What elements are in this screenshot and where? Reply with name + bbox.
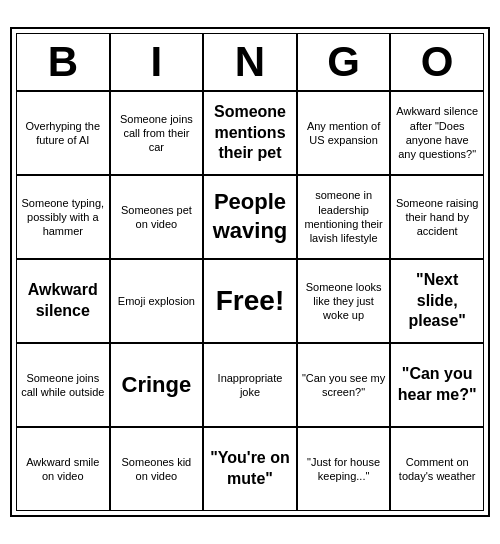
bingo-cell-10: Awkward silence: [16, 259, 110, 343]
bingo-cell-16: Cringe: [110, 343, 204, 427]
bingo-cell-19: "Can you hear me?": [390, 343, 484, 427]
bingo-card: BINGO Overhyping the future of AISomeone…: [10, 27, 490, 517]
bingo-cell-0: Overhyping the future of AI: [16, 91, 110, 175]
bingo-cell-8: someone in leadership mentioning their l…: [297, 175, 391, 259]
bingo-cell-12: Free!: [203, 259, 297, 343]
bingo-cell-17: Inappropriate joke: [203, 343, 297, 427]
bingo-cell-2: Someone mentions their pet: [203, 91, 297, 175]
bingo-letter-b: B: [16, 33, 110, 91]
bingo-header: BINGO: [16, 33, 484, 91]
bingo-cell-6: Someones pet on video: [110, 175, 204, 259]
bingo-cell-5: Someone typing, possibly with a hammer: [16, 175, 110, 259]
bingo-letter-o: O: [390, 33, 484, 91]
bingo-cell-4: Awkward silence after "Does anyone have …: [390, 91, 484, 175]
bingo-cell-20: Awkward smile on video: [16, 427, 110, 511]
bingo-letter-i: I: [110, 33, 204, 91]
bingo-cell-21: Someones kid on video: [110, 427, 204, 511]
bingo-cell-3: Any mention of US expansion: [297, 91, 391, 175]
bingo-cell-1: Someone joins call from their car: [110, 91, 204, 175]
bingo-cell-14: "Next slide, please": [390, 259, 484, 343]
bingo-cell-15: Someone joins call while outside: [16, 343, 110, 427]
bingo-letter-g: G: [297, 33, 391, 91]
bingo-cell-18: "Can you see my screen?": [297, 343, 391, 427]
bingo-letter-n: N: [203, 33, 297, 91]
bingo-cell-11: Emoji explosion: [110, 259, 204, 343]
bingo-grid: Overhyping the future of AISomeone joins…: [16, 91, 484, 511]
bingo-cell-7: People waving: [203, 175, 297, 259]
bingo-cell-24: Comment on today's weather: [390, 427, 484, 511]
bingo-cell-22: "You're on mute": [203, 427, 297, 511]
bingo-cell-13: Someone looks like they just woke up: [297, 259, 391, 343]
bingo-cell-23: "Just for house keeping...": [297, 427, 391, 511]
bingo-cell-9: Someone raising their hand by accident: [390, 175, 484, 259]
